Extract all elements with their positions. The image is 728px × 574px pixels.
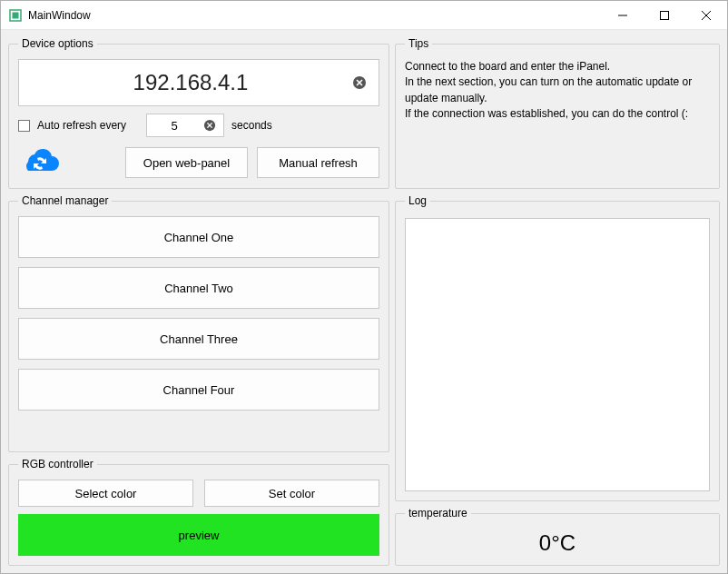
channel-manager-legend: Channel manager [18,194,112,207]
maximize-button[interactable] [644,1,685,30]
svg-rect-1 [13,12,19,18]
refresh-seconds-value: 5 [152,119,196,133]
ip-value: 192.168.4.1 [30,70,351,95]
device-options-group: Device options 192.168.4.1 Auto refresh … [8,37,389,189]
auto-refresh-checkbox[interactable] [18,120,30,132]
temperature-value: 0°C [405,530,710,556]
tips-legend: Tips [405,37,432,50]
log-textarea[interactable] [405,218,710,491]
select-color-button[interactable]: Select color [18,480,193,507]
seconds-label: seconds [231,119,272,132]
device-options-legend: Device options [18,37,97,50]
titlebar: MainWindow [1,1,727,30]
rgb-legend: RGB controller [18,458,97,470]
right-column: Log temperature 0°C [395,194,720,566]
rgb-controller-group: RGB controller Select color Set color pr… [8,458,389,566]
svg-rect-3 [661,11,669,19]
ip-input[interactable]: 192.168.4.1 [18,59,379,106]
temperature-group: temperature 0°C [395,507,720,566]
channel-one-button[interactable]: Channel One [18,216,379,258]
tips-text: Connect to the board and enter the iPane… [405,59,710,123]
cloud-refresh-icon[interactable] [18,146,62,179]
manual-refresh-button[interactable]: Manual refresh [257,147,379,178]
channel-four-button[interactable]: Channel Four [18,369,379,411]
window-title: MainWindow [28,9,91,22]
refresh-seconds-input[interactable]: 5 [146,114,224,137]
channel-manager-group: Channel manager Channel One Channel Two … [8,194,389,452]
set-color-button[interactable]: Set color [204,480,379,507]
color-preview: preview [18,514,379,556]
main-window: MainWindow Device options 192.168.4.1 Au… [0,0,728,574]
auto-refresh-label: Auto refresh every [37,119,126,132]
tips-group: Tips Connect to the board and enter the … [395,37,720,189]
open-web-panel-button[interactable]: Open web-panel [125,147,248,178]
client-area: Device options 192.168.4.1 Auto refresh … [1,30,727,573]
clear-seconds-icon[interactable] [202,117,218,134]
close-button[interactable] [685,1,727,30]
clear-ip-icon[interactable] [351,74,368,91]
channel-three-button[interactable]: Channel Three [18,318,379,360]
app-icon [8,8,23,23]
channel-two-button[interactable]: Channel Two [18,267,379,309]
temperature-legend: temperature [405,507,471,520]
log-legend: Log [405,194,430,207]
minimize-button[interactable] [602,1,644,30]
log-group: Log [395,194,720,501]
